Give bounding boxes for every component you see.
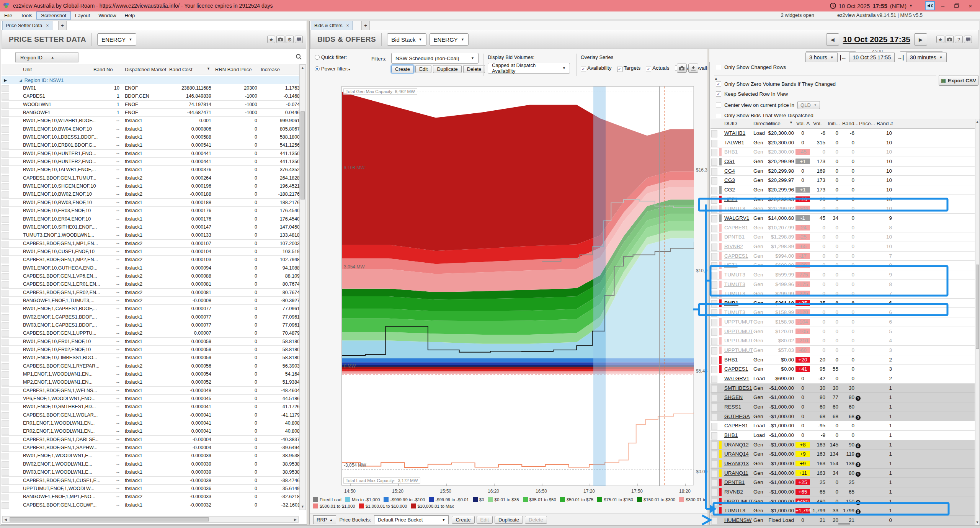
maximize-button[interactable] bbox=[951, 2, 962, 10]
duid-link[interactable]: RIVNB2 bbox=[724, 244, 743, 249]
help-icon[interactable]: ? bbox=[955, 36, 963, 43]
prev-interval-button[interactable]: ◀ bbox=[826, 33, 839, 46]
table-row[interactable]: URANQ12Gen-$1,000.00+816314590$1 bbox=[710, 440, 975, 450]
sort-desc-icon[interactable]: ▼ bbox=[789, 121, 793, 124]
market-dropdown[interactable]: ENERGY▼ bbox=[97, 33, 136, 46]
check-center-view[interactable]: Center view on current price in QLD▼ bbox=[716, 101, 820, 109]
table-row[interactable]: UPPTUMUTGen$120.01-1050005 bbox=[710, 327, 975, 337]
check-actuals[interactable]: ✓ Actuals bbox=[646, 65, 669, 72]
duid-link[interactable]: BHB1 bbox=[724, 432, 738, 438]
table-row[interactable]: BW01,ENOF,10,SITHE01,ENOF,...--tbslack10… bbox=[2, 223, 305, 231]
chart-camera-icon[interactable] bbox=[677, 64, 687, 73]
add-tab-button[interactable]: + bbox=[361, 21, 370, 30]
download-icon[interactable] bbox=[688, 64, 698, 73]
duid-link[interactable]: UPPTUMUT bbox=[724, 338, 753, 343]
check-only-dispatched[interactable]: Only Show Bids That Were Dispatched bbox=[716, 113, 813, 118]
duid-link[interactable]: TUMUT3 bbox=[724, 309, 745, 315]
duid-link[interactable]: BHB1 bbox=[724, 357, 738, 363]
tab-price-setter-data[interactable]: Price Setter Data × bbox=[2, 21, 52, 30]
duid-link[interactable]: URANQ12 bbox=[724, 442, 749, 448]
duid-link[interactable]: CAPBES1 bbox=[724, 423, 748, 428]
table-row[interactable]: ER01,ENOF,1,WOODLWN1,EN...--tbslack10.00… bbox=[2, 419, 305, 427]
menu-tools[interactable]: Tools bbox=[16, 11, 36, 20]
window-length-dropdown[interactable]: 3 hours▼ bbox=[805, 52, 838, 63]
table-row[interactable]: BW02,ENOF,1,WOODLWN1,E...--tbslack10.000… bbox=[2, 460, 305, 468]
quick-filter-radio[interactable]: Quick filter: bbox=[315, 54, 347, 60]
tab-close-icon[interactable]: × bbox=[346, 23, 349, 28]
filter-dropdown[interactable]: NSW Scheduled (non-Coal)▼ bbox=[391, 53, 479, 64]
duid-link[interactable]: RESS1 bbox=[724, 404, 741, 410]
table-row[interactable]: BW01,ENOF,10,ERB01,BDOF,G...--tbslack10.… bbox=[2, 141, 305, 149]
table-row[interactable]: TUMUT3,ENOF,1,WOODLWN1...--tbslack10.000… bbox=[2, 231, 305, 239]
table-row[interactable]: BANGOWF11ENOF-44.687471-10000.04469 bbox=[2, 109, 305, 117]
table-row[interactable]: CAPBES1,BDOF,GEN,1,COLWF...--tbslack1-0.… bbox=[2, 501, 305, 509]
duid-link[interactable]: CG4 bbox=[724, 168, 735, 174]
table-row[interactable]: WTAHB1Load$20,300.000-60-610 bbox=[710, 129, 975, 138]
check-targets[interactable]: ✓ Targets bbox=[617, 65, 641, 72]
table-row[interactable]: TUMUT3Gen$158.99-1200006 bbox=[710, 308, 975, 317]
favourite-icon[interactable]: ★ bbox=[936, 36, 944, 43]
view-dropdown[interactable]: Bid Stack▼ bbox=[387, 33, 426, 46]
check-availability[interactable]: ✓ Availability bbox=[581, 65, 612, 72]
duid-link[interactable]: SHGEN bbox=[724, 394, 743, 400]
duplicate-filter-button[interactable]: Duplicate bbox=[433, 65, 461, 73]
table-row[interactable]: BW01,ENOF,10,WTAHB1,BDOF...--tbslack10.0… bbox=[2, 117, 305, 125]
table-row[interactable]: BW01,ENOF,10,BW03,ENOF,10--tbslack10.000… bbox=[2, 199, 305, 207]
skip-end-icon[interactable]: →| bbox=[897, 54, 904, 60]
duid-link[interactable]: UPPTUMUT bbox=[724, 319, 753, 325]
sort-desc-icon[interactable]: ▼ bbox=[207, 67, 210, 70]
table-row[interactable]: CAPBES1,BDOF,GEN,1,DARLSF...--tbslack1-0… bbox=[2, 436, 305, 444]
duid-link[interactable]: HEZ1 bbox=[724, 262, 738, 268]
col-unit[interactable]: Unit bbox=[23, 67, 32, 72]
table-row[interactable]: HEZ1Gen$20,299.95+20200010 bbox=[710, 195, 975, 204]
table-row[interactable]: CAPBES1,BDOF,GEN,1,MP1,EN...--tbslack20.… bbox=[2, 240, 305, 248]
table-row[interactable]: BW01,ENOF,10,ER02,ENOF,10--tbslack10.000… bbox=[2, 346, 305, 354]
col-dispatched-market[interactable]: Dispatched Market bbox=[125, 67, 166, 72]
table-row[interactable]: CAPBES1Gen$0.00+41955503 bbox=[710, 365, 975, 374]
duid-link[interactable]: TUMUT3 bbox=[724, 508, 745, 513]
table-row[interactable]: UPPTUMUTGen-$1,000.00+4804800150$1 bbox=[710, 497, 975, 507]
duid-link[interactable]: UPPTUMUT bbox=[724, 329, 753, 334]
minimize-button[interactable]: – bbox=[937, 2, 949, 10]
table-row[interactable]: BW01,ENOF,10,GUTHEGA,ENO...--tbslack10.0… bbox=[2, 264, 305, 272]
duid-link[interactable]: CG2 bbox=[724, 187, 735, 193]
menu-screenshot[interactable]: Screenshot bbox=[36, 11, 71, 20]
table-row[interactable]: CG2Gen$20,299.96+11730010 bbox=[710, 185, 975, 195]
table-row[interactable]: HEZ1Gen$600.00-200009 bbox=[710, 261, 975, 270]
table-row[interactable]: TUMUT3Gen$599.99-7750009 bbox=[710, 270, 975, 280]
add-tab-button[interactable]: + bbox=[58, 21, 67, 30]
duid-link[interactable]: CAPBES1 bbox=[724, 253, 748, 259]
table-row[interactable]: TUMUT3Gen$20,299.92-50400010 bbox=[710, 204, 975, 214]
search-icon[interactable] bbox=[296, 54, 302, 62]
table-row[interactable]: BHB1Gen$261.18+2525006 bbox=[710, 299, 975, 308]
duid-link[interactable]: TUMUT3 bbox=[724, 291, 745, 296]
create-filter-button[interactable]: Create bbox=[391, 65, 414, 73]
table-row[interactable]: TALWB1Gen$20,300.0003150010 bbox=[710, 138, 975, 148]
comment-icon[interactable] bbox=[295, 36, 303, 43]
duid-link[interactable]: DPNTB1 bbox=[724, 234, 745, 240]
check-zero-volume-bands[interactable]: ✓Only Show Zero Volume Bands If They Cha… bbox=[716, 81, 836, 87]
table-row[interactable]: DPNTB1Gen$1,298.89-2500010 bbox=[710, 232, 975, 242]
psd-vertical-scrollbar[interactable]: ▲ ▼ bbox=[299, 64, 306, 510]
table-row[interactable]: WALGRV1Load-$690.000-42002 bbox=[710, 374, 975, 384]
table-row[interactable]: CAPBES1,BDOF,GEN,1,CUSF1,E...--tbslack1-… bbox=[2, 477, 305, 485]
comment-icon[interactable] bbox=[964, 36, 972, 43]
favourite-icon[interactable]: ★ bbox=[267, 36, 275, 43]
table-row[interactable]: MP2,ENOF,1,WOODLWN1,EN...--tbslack10.000… bbox=[2, 378, 305, 386]
psd-horizontal-scrollbar[interactable]: ◀ ▶ bbox=[2, 516, 299, 523]
menu-layout[interactable]: Layout bbox=[71, 11, 94, 20]
duid-link[interactable]: BHB1 bbox=[724, 300, 738, 306]
table-row[interactable]: SHGENGen-$1,000.000807780$1 bbox=[710, 393, 975, 402]
group-row-nsw1[interactable]: ▶ ◢ Region ID: NSW1 bbox=[2, 76, 305, 84]
table-row[interactable]: BW03,ENOF,1,WOODLWN1,E...--tbslack10.000… bbox=[2, 468, 305, 476]
power-filter-radio[interactable]: Power filter:◂ bbox=[315, 66, 350, 72]
duid-link[interactable]: WALGRV1 bbox=[724, 215, 749, 221]
duid-link[interactable]: TUMUT3 bbox=[724, 272, 745, 278]
table-row[interactable]: BW01,ENOF,10,LDBESS1,BDOF...--tbslack10.… bbox=[2, 133, 305, 141]
bucket-duplicate-button[interactable]: Duplicate bbox=[495, 516, 523, 524]
table-row[interactable]: CAPBES1,BDOF,GEN,1,WELNS...--tbslack1-0.… bbox=[2, 387, 305, 395]
skip-start-icon[interactable]: |← bbox=[840, 54, 847, 60]
menu-file[interactable]: File bbox=[0, 11, 16, 20]
table-row[interactable]: RESS1Gen-$1,000.0006060601 bbox=[710, 402, 975, 412]
table-row[interactable]: BW01,ENOF,10,HUNTER1,ENO...--tbslack10.0… bbox=[2, 150, 305, 158]
